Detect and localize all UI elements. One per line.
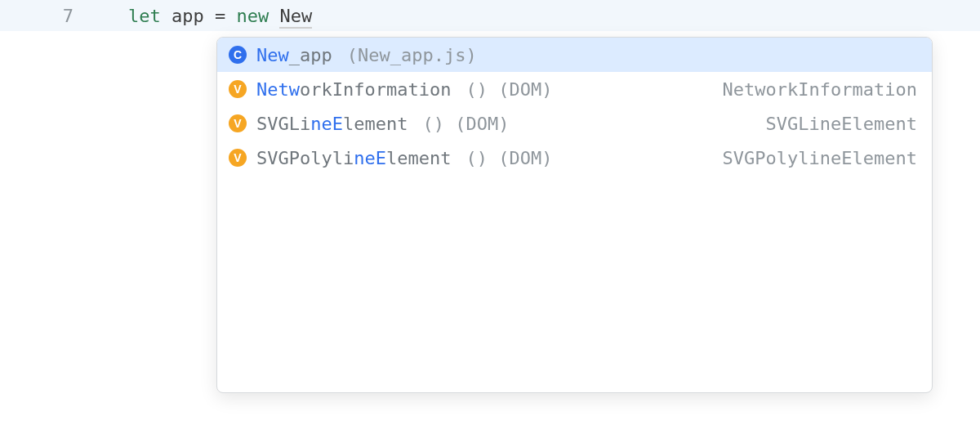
keyword-new: new [236, 6, 269, 26]
suggestion-detail: (New_app.js) [347, 45, 477, 65]
autocomplete-popup[interactable]: CNew_app(New_app.js)VNetworkInformation(… [216, 37, 933, 393]
keyword-let: let [128, 6, 161, 26]
suggestion-row[interactable]: CNew_app(New_app.js) [217, 38, 932, 72]
suggestion-detail: () (DOM) [422, 114, 509, 134]
suggestion-name: SVGLineElement [256, 114, 408, 134]
suggestion-name: NetworkInformation [256, 79, 451, 100]
variable-icon: V [229, 80, 247, 98]
suggestion-origin: NetworkInformation [723, 79, 917, 100]
suggestion-name: SVGPolylineElement [256, 148, 451, 168]
line-number: 7 [46, 6, 74, 26]
suggestion-detail: () (DOM) [466, 79, 552, 100]
suggestion-name: New_app [256, 45, 332, 65]
class-icon: C [229, 46, 247, 64]
suggestion-origin: SVGLineElement [766, 114, 917, 134]
suggestion-row[interactable]: VNetworkInformation() (DOM)NetworkInform… [217, 72, 932, 106]
caret-typed-text: New [279, 6, 312, 29]
variable-icon: V [229, 149, 247, 167]
variable-icon: V [229, 114, 247, 132]
suggestion-row[interactable]: VSVGPolylineElement() (DOM)SVGPolylineEl… [217, 141, 932, 175]
editor-line[interactable]: 7 let app = new New [0, 0, 980, 31]
suggestion-row[interactable]: VSVGLineElement() (DOM)SVGLineElement [217, 106, 932, 141]
suggestion-detail: () (DOM) [466, 148, 552, 168]
identifier-app: app [172, 6, 204, 26]
suggestion-origin: SVGPolylineElement [723, 148, 917, 168]
